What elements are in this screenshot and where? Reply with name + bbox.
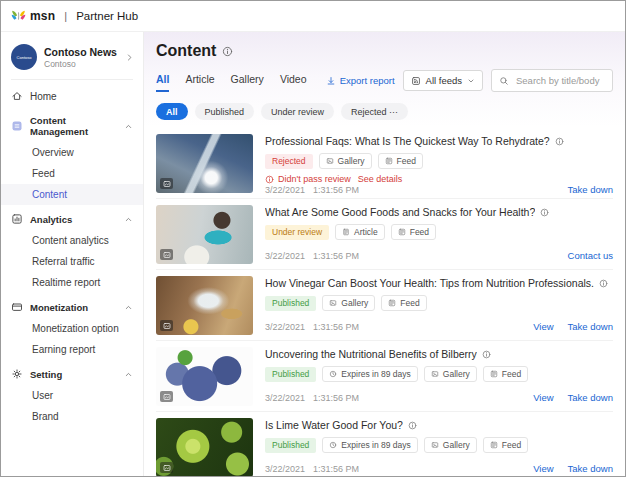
analytics-icon (11, 213, 23, 225)
sidebar-item-content-management[interactable]: Content Management (1, 110, 143, 142)
info-icon[interactable] (482, 350, 491, 359)
contact-us-link[interactable]: Contact us (568, 250, 613, 261)
tag-label: Expires in 89 days (341, 440, 410, 450)
chevron-up-icon (124, 370, 133, 379)
article-row-content: What Are Some Good Foods and Snacks for … (265, 205, 613, 263)
sidebar-item-home[interactable]: Home (1, 85, 143, 107)
article-thumbnail[interactable] (156, 418, 253, 477)
article-row-content: Professional Faqs: What Is The Quickest … (265, 134, 613, 192)
search-box[interactable] (491, 69, 613, 92)
article-thumbnail[interactable] (156, 134, 253, 193)
brand-product: Partner Hub (76, 10, 138, 22)
article-title: Is Lime Water Good For You? (265, 419, 403, 431)
feeds-dropdown[interactable]: All feeds (403, 70, 483, 91)
article-row: Is Lime Water Good For You?PublishedExpi… (156, 412, 613, 477)
sidebar-item-label: Content Management (30, 115, 117, 137)
review-note-text: Didn't pass review (278, 174, 351, 184)
org-avatar: Contoso (11, 44, 37, 70)
tag-feed: Feed (381, 295, 426, 311)
tag-feed: Feed (391, 224, 436, 240)
publish-date: 3/22/2021 (265, 393, 305, 403)
tag-label: Gallery (341, 298, 368, 308)
take-down-link[interactable]: Take down (568, 392, 613, 403)
tab-video[interactable]: Video (280, 73, 307, 92)
article-row: What Are Some Good Foods and Snacks for … (156, 199, 613, 270)
see-details-link[interactable]: See details (358, 174, 403, 184)
brand-name: msn (30, 9, 55, 23)
tag-expires-in-89-days: Expires in 89 days (322, 366, 417, 382)
thumbnail-type-badge (160, 249, 173, 260)
tag-feed: Feed (483, 437, 528, 453)
feeds-icon (411, 76, 421, 86)
main-panel: Content AllArticleGalleryVideo Export re… (144, 32, 625, 477)
info-icon (265, 175, 274, 184)
filter-pill-rejected[interactable]: Rejected ··· (341, 103, 408, 120)
msn-logo[interactable]: msn | Partner Hub (11, 9, 138, 23)
org-switcher[interactable]: Contoso Contoso News Contoso (1, 38, 143, 78)
filter-pill-all[interactable]: All (156, 103, 188, 120)
view-link[interactable]: View (533, 392, 553, 403)
filter-pill-under-review[interactable]: Under review (261, 103, 334, 120)
page-title: Content (156, 42, 216, 60)
download-icon (326, 76, 336, 86)
info-icon[interactable] (408, 421, 417, 430)
settings-icon (11, 368, 23, 380)
sidebar-item-setting[interactable]: Setting (1, 363, 143, 385)
image-badge-icon (163, 393, 171, 401)
msn-butterfly-icon (11, 10, 26, 22)
tag-label: Feed (410, 227, 429, 237)
take-down-link[interactable]: Take down (568, 184, 613, 195)
image-badge-icon (163, 180, 171, 188)
view-link[interactable]: View (533, 321, 553, 332)
sidebar-item-analytics[interactable]: Analytics (1, 208, 143, 230)
sidebar-item-realtime-report[interactable]: Realtime report (1, 272, 143, 293)
info-icon[interactable] (555, 137, 564, 146)
review-note: Didn't pass reviewSee details (265, 174, 613, 184)
image-badge-icon (163, 464, 171, 472)
article-icon (342, 228, 350, 236)
sidebar-item-monetization-option[interactable]: Monetization option (1, 318, 143, 339)
status-filters: AllPublishedUnder reviewRejected ··· (156, 103, 613, 120)
tab-gallery[interactable]: Gallery (231, 73, 264, 92)
info-icon[interactable] (222, 46, 233, 57)
filter-pill-published[interactable]: Published (195, 103, 255, 120)
tag-label: Gallery (338, 156, 365, 166)
sidebar-item-overview[interactable]: Overview (1, 142, 143, 163)
sidebar-item-monetization[interactable]: Monetization (1, 296, 143, 318)
sidebar-item-referral-traffic[interactable]: Referral traffic (1, 251, 143, 272)
sidebar-item-earning-report[interactable]: Earning report (1, 339, 143, 360)
search-input[interactable] (514, 74, 605, 87)
article-thumbnail[interactable] (156, 276, 253, 335)
status-badge: Under review (265, 225, 329, 240)
feed-icon (490, 370, 498, 378)
tag-label: Gallery (443, 440, 470, 450)
tab-article[interactable]: Article (185, 73, 214, 92)
sidebar-item-content[interactable]: Content (1, 184, 143, 205)
view-link[interactable]: View (533, 463, 553, 474)
sidebar-item-label: Monetization (30, 302, 88, 313)
info-icon[interactable] (540, 208, 549, 217)
search-icon (499, 76, 509, 86)
sidebar-item-user[interactable]: User (1, 385, 143, 406)
tag-feed: Feed (378, 153, 423, 169)
info-icon[interactable] (599, 279, 608, 288)
export-report-button[interactable]: Export report (326, 75, 395, 86)
sidebar-item-content-analytics[interactable]: Content analytics (1, 230, 143, 251)
sidebar-item-brand[interactable]: Brand (1, 406, 143, 427)
sidebar-item-label: Home (30, 91, 57, 102)
article-thumbnail[interactable] (156, 347, 253, 406)
article-row: How Vinegar Can Boost Your Health: Tips … (156, 270, 613, 341)
tag-label: Article (354, 227, 378, 237)
tag-label: Feed (502, 440, 521, 450)
tab-all[interactable]: All (156, 73, 169, 92)
publish-time: 1:31:56 PM (313, 393, 359, 403)
status-badge: Rejected (265, 154, 313, 169)
export-report-label: Export report (340, 75, 395, 86)
article-list: Professional Faqs: What Is The Quickest … (156, 128, 613, 477)
article-thumbnail[interactable] (156, 205, 253, 264)
take-down-link[interactable]: Take down (568, 463, 613, 474)
org-subtitle: Contoso (44, 59, 117, 69)
take-down-link[interactable]: Take down (568, 321, 613, 332)
sidebar-item-feed[interactable]: Feed (1, 163, 143, 184)
clock-icon (329, 370, 337, 378)
